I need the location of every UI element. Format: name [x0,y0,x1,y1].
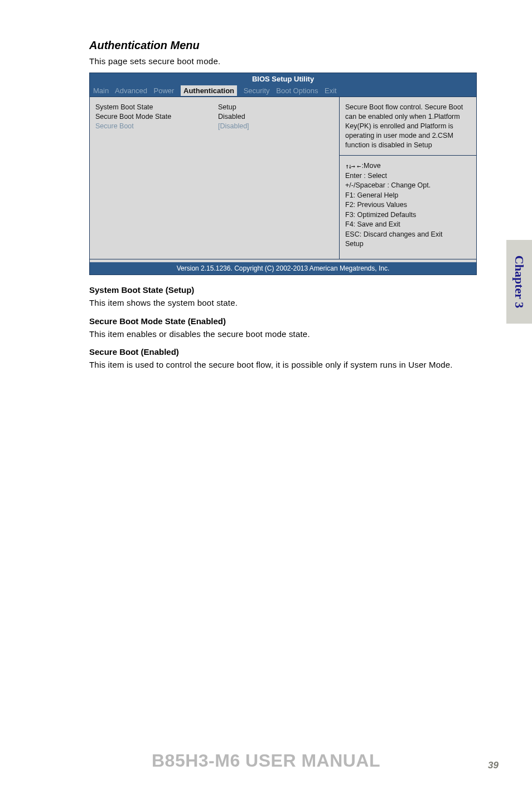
chapter-side-tab-label: Chapter 3 [512,256,526,308]
page-number: 39 [488,760,499,771]
bios-screenshot: BIOS Setup Utility Main Advanced Power A… [89,73,477,275]
bios-key-enter: Enter : Select [345,171,471,181]
bios-key-f4: F4: Save and Exit [345,220,471,230]
subsection-body: This item enables or disables the secure… [89,328,493,341]
chapter-side-tab: Chapter 3 [506,240,532,324]
subsection-head: Secure Boot Mode State (Enabled) [89,316,493,326]
bios-help-text: Secure Boot flow control. Secure Boot ca… [340,97,476,156]
bios-row-value: [Disabled] [218,122,249,131]
page-content: Authentication Menu This page sets secur… [0,0,532,372]
bios-row-system-boot-state: System Boot State Setup [95,103,335,112]
bios-row-secure-boot: Secure Boot [Disabled] [95,122,335,131]
bios-menu-power: Power [154,86,175,95]
bios-row-value: Setup [218,103,236,112]
bios-row-value: Disabled [218,112,245,122]
bios-key-spacebar: +/-/Spacebar : Change Opt. [345,181,471,191]
bios-key-f1: F1: General Help [345,191,471,201]
footer-title: B85H3-M6 USER MANUAL [0,750,532,771]
bios-menu-boot-options: Boot Options [276,86,318,95]
subsection-head: Secure Boot (Enabled) [89,347,493,357]
bios-row-secure-boot-mode-state: Secure Boot Mode State Disabled [95,112,335,122]
bios-key-legend: ↑↓→ ← :Move Enter : Select +/-/Spacebar … [340,156,476,259]
bios-title: BIOS Setup Utility [90,73,476,85]
bios-menu-exit: Exit [325,86,337,95]
page-footer: B85H3-M6 USER MANUAL [0,750,532,771]
bios-key-f2: F2: Previous Values [345,200,471,210]
arrows-icon: ↑↓→ ← [345,162,360,171]
bios-key-setup: Setup [345,239,471,249]
section-title: Authentication Menu [89,39,493,52]
bios-menu-main: Main [93,86,109,95]
bios-settings-pane: System Boot State Setup Secure Boot Mode… [90,97,340,259]
bios-row-label: Secure Boot [95,122,218,131]
subsection-body: This item shows the system boot state. [89,297,493,310]
section-description: This page sets secure boot mode. [89,56,493,66]
bios-footer: Version 2.15.1236. Copyright (C) 2002-20… [90,262,476,275]
bios-key-move: ↑↓→ ← :Move [345,161,471,171]
bios-right-pane: Secure Boot flow control. Secure Boot ca… [340,97,476,259]
bios-menu-advanced: Advanced [115,86,147,95]
subsection-head: System Boot State (Setup) [89,285,493,295]
bios-menu-security: Security [244,86,270,95]
bios-key-f3: F3: Optimized Defaults [345,210,471,220]
bios-key-esc: ESC: Discard changes and Exit [345,230,471,240]
subsection-body: This item is used to control the secure … [89,359,493,372]
bios-menu-authentication: Authentication [181,85,237,96]
bios-row-label: System Boot State [95,103,218,112]
bios-menubar: Main Advanced Power Authentication Secur… [90,85,476,97]
bios-row-label: Secure Boot Mode State [95,112,218,122]
bios-body: System Boot State Setup Secure Boot Mode… [90,97,476,259]
